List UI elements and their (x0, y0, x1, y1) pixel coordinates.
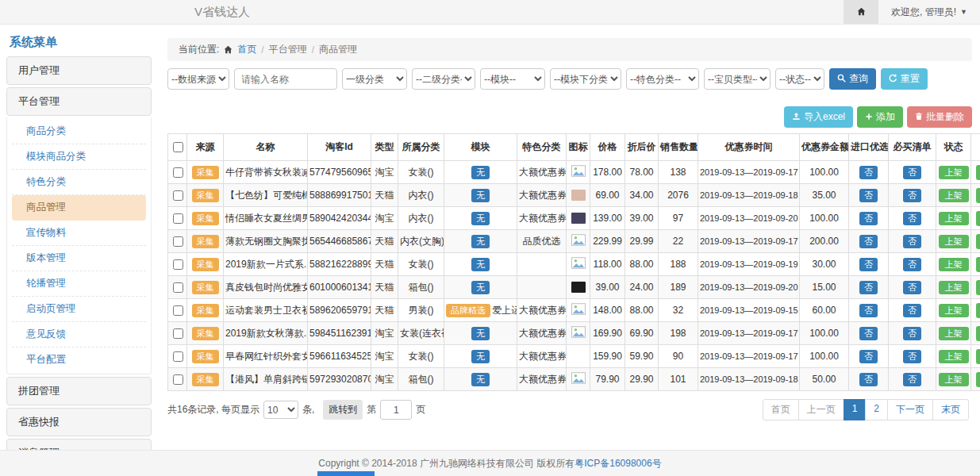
sidebar-group[interactable]: 省惠快报 (6, 408, 152, 436)
must-buy-toggle[interactable]: 否 (903, 373, 921, 386)
page-button-上一页[interactable]: 上一页 (798, 399, 844, 420)
edit-button[interactable] (976, 326, 980, 341)
edit-button[interactable] (976, 303, 980, 318)
edit-button[interactable] (976, 211, 980, 226)
per-page-select[interactable]: 10 (263, 401, 298, 419)
import-select-toggle[interactable]: 否 (859, 166, 878, 179)
edit-button[interactable] (976, 280, 980, 295)
name-search-input[interactable] (234, 68, 337, 90)
level1-category-select[interactable]: 一级分类 (342, 68, 407, 90)
sidebar-item-goods-manage-active[interactable]: 商品管理 (12, 195, 146, 221)
user-menu[interactable]: 欢迎您, 管理员! ▼ (878, 6, 980, 19)
status-on-shelf-button[interactable]: 上架 (939, 373, 969, 386)
sidebar-item-link[interactable]: 启动页管理 (12, 297, 146, 322)
row-checkbox[interactable] (173, 259, 183, 270)
page-button-1[interactable]: 1 (844, 399, 867, 420)
import-select-toggle[interactable]: 否 (859, 212, 878, 225)
edit-button[interactable] (976, 234, 980, 249)
row-checkbox[interactable] (173, 305, 183, 316)
status-on-shelf-button[interactable]: 上架 (939, 304, 969, 317)
module-sub-select[interactable]: --模块下分类-- (550, 68, 621, 90)
status-on-shelf-button[interactable]: 上架 (939, 281, 969, 294)
feature-category-select[interactable]: --特色分类-- (626, 68, 699, 90)
sidebar-item-link[interactable]: 意见反馈 (12, 322, 146, 347)
search-button[interactable]: 查询 (829, 68, 876, 90)
reset-button[interactable]: 重置 (881, 68, 928, 90)
batch-delete-button[interactable]: 批量删除 (907, 106, 972, 128)
import-select-toggle[interactable]: 否 (859, 281, 878, 294)
must-buy-toggle[interactable]: 否 (903, 327, 921, 340)
add-button[interactable]: 添加 (857, 106, 903, 128)
row-checkbox[interactable] (173, 213, 183, 224)
sidebar-item-link[interactable]: 平台配置 (12, 347, 146, 372)
module-none-badge[interactable]: 无 (471, 327, 490, 340)
must-buy-toggle[interactable]: 否 (903, 258, 921, 271)
import-select-toggle[interactable]: 否 (859, 235, 878, 248)
status-on-shelf-button[interactable]: 上架 (939, 189, 969, 202)
sidebar-group-users[interactable]: 用户管理 (6, 56, 152, 85)
select-all-checkbox[interactable] (173, 142, 183, 152)
status-on-shelf-button[interactable]: 上架 (939, 350, 969, 363)
must-buy-toggle[interactable]: 否 (903, 189, 921, 202)
icp-link[interactable]: 粤ICP备16098006号 (575, 457, 661, 470)
status-on-shelf-button[interactable]: 上架 (939, 327, 969, 340)
page-button-末页[interactable]: 末页 (932, 399, 969, 420)
jump-button[interactable]: 跳转到 (323, 400, 363, 420)
edit-button[interactable] (976, 257, 980, 272)
edit-button[interactable] (976, 349, 980, 364)
sidebar-group-platform[interactable]: 平台管理 (6, 87, 152, 116)
import-select-toggle[interactable]: 否 (859, 350, 878, 363)
row-checkbox[interactable] (173, 167, 183, 178)
must-buy-toggle[interactable]: 否 (903, 212, 921, 225)
module-none-badge[interactable]: 无 (471, 350, 490, 363)
import-select-toggle[interactable]: 否 (859, 304, 878, 317)
row-checkbox[interactable] (173, 351, 183, 362)
status-on-shelf-button[interactable]: 上架 (939, 258, 969, 271)
breadcrumb-home-link[interactable]: 首页 (237, 43, 256, 56)
sidebar-item-link[interactable]: 轮播管理 (12, 271, 146, 297)
import-select-toggle[interactable]: 否 (859, 258, 878, 271)
row-checkbox[interactable] (173, 236, 183, 247)
sidebar-item-link[interactable]: 模块商品分类 (12, 144, 146, 170)
sidebar-item-link[interactable]: 商品分类 (12, 119, 146, 144)
item-type-select[interactable]: --宝贝类型-- (704, 68, 771, 90)
must-buy-toggle[interactable]: 否 (903, 166, 921, 179)
must-buy-toggle[interactable]: 否 (903, 235, 921, 248)
status-on-shelf-button[interactable]: 上架 (939, 235, 969, 248)
module-none-badge[interactable]: 无 (471, 166, 490, 179)
sidebar-group[interactable]: 拼团管理 (6, 377, 152, 405)
edit-button[interactable] (976, 165, 980, 180)
row-checkbox[interactable] (173, 282, 183, 293)
must-buy-toggle[interactable]: 否 (903, 281, 921, 294)
must-buy-toggle[interactable]: 否 (903, 350, 921, 363)
edit-button[interactable] (976, 188, 980, 203)
page-button-下一页[interactable]: 下一页 (887, 399, 933, 420)
status-on-shelf-button[interactable]: 上架 (939, 212, 969, 225)
edit-button[interactable] (976, 372, 980, 387)
import-select-toggle[interactable]: 否 (859, 327, 878, 340)
import-select-toggle[interactable]: 否 (859, 373, 878, 386)
must-buy-toggle[interactable]: 否 (903, 304, 921, 317)
module-none-badge[interactable]: 无 (471, 373, 490, 386)
module-none-badge[interactable]: 无 (471, 235, 490, 248)
page-number-input[interactable] (380, 400, 412, 420)
sidebar-item-link[interactable]: 宣传物料 (12, 221, 146, 246)
module-none-badge[interactable]: 无 (471, 212, 490, 225)
module-none-badge[interactable]: 无 (471, 189, 490, 202)
row-checkbox[interactable] (173, 190, 183, 201)
module-none-badge[interactable]: 无 (471, 281, 490, 294)
import-excel-button[interactable]: 导入excel (784, 106, 853, 128)
home-button[interactable] (844, 0, 878, 24)
data-source-select[interactable]: --数据来源-- (167, 68, 229, 90)
row-checkbox[interactable] (173, 374, 183, 385)
status-on-shelf-button[interactable]: 上架 (939, 166, 969, 179)
module-select[interactable]: --模块-- (480, 68, 545, 90)
import-select-toggle[interactable]: 否 (859, 189, 878, 202)
sidebar-item-link[interactable]: 特色分类 (12, 170, 146, 195)
status-select[interactable]: --状态-- (775, 68, 824, 90)
module-none-badge[interactable]: 无 (471, 258, 490, 271)
row-checkbox[interactable] (173, 328, 183, 339)
page-button-2[interactable]: 2 (865, 399, 888, 420)
sidebar-item-link[interactable]: 版本管理 (12, 246, 146, 271)
level2-category-select[interactable]: --二级分类-- (412, 68, 475, 90)
